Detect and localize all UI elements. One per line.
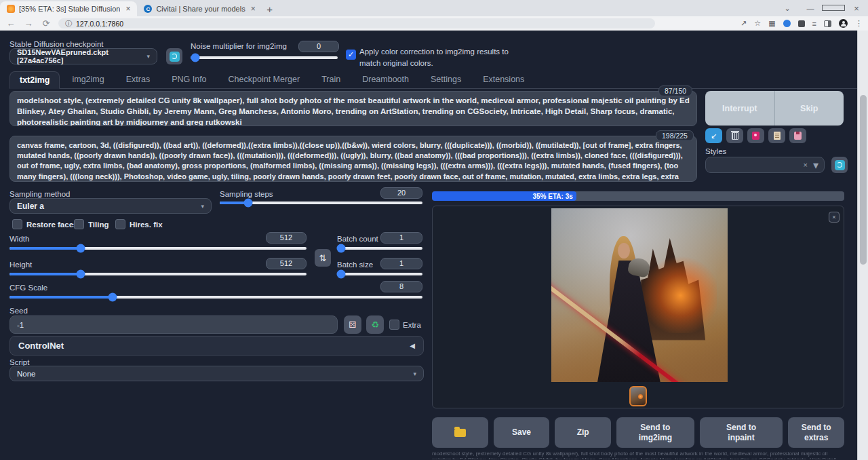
refresh-icon	[170, 52, 180, 62]
new-tab-button[interactable]: +	[262, 1, 277, 16]
random-seed-button[interactable]: ⚄	[344, 315, 361, 334]
back-icon[interactable]: ←	[5, 18, 16, 28]
side-panel-icon[interactable]	[824, 20, 831, 27]
stable-diffusion-favicon	[7, 5, 15, 13]
tab-train[interactable]: Train	[312, 71, 350, 88]
send-to-img2img-button[interactable]: Send to img2img	[616, 417, 694, 448]
tab-txt2img[interactable]: txt2img	[9, 71, 60, 89]
save-button[interactable]: Save	[494, 417, 550, 448]
tab-search-icon[interactable]: ⌄	[776, 4, 799, 13]
seed-input[interactable]	[9, 315, 338, 334]
menu-dots-icon[interactable]: ⋮	[855, 19, 863, 28]
extension-blue-icon[interactable]	[783, 20, 791, 27]
notepad-icon	[774, 132, 781, 140]
prompt-textarea[interactable]: modelshoot style, (extremely detailed CG…	[9, 91, 697, 126]
checkpoint-dropdown[interactable]: SD15NewVAEpruned.ckpt [27a4ac756c] ▾	[9, 48, 157, 64]
address-bar[interactable]: ⓘ 127.0.0.1:7860	[58, 18, 655, 28]
tiling-checkbox[interactable]	[74, 219, 84, 229]
main-tabs: txt2img img2img Extras PNG Info Checkpoi…	[9, 71, 859, 89]
script-dropdown[interactable]: None ▾	[9, 366, 424, 381]
styles-dropdown[interactable]: × ▾	[705, 157, 825, 173]
restore-faces-checkbox[interactable]	[12, 219, 22, 229]
close-window-button[interactable]: ×	[845, 3, 868, 14]
sampling-method-dropdown[interactable]: Euler a ▾	[9, 198, 212, 214]
hires-fix-checkbox[interactable]	[115, 219, 125, 229]
extra-networks-card-icon	[752, 132, 760, 140]
noise-multiplier-slider[interactable]	[191, 56, 338, 59]
tab-close-icon[interactable]: ×	[250, 4, 257, 14]
clear-prompt-button[interactable]	[726, 128, 743, 143]
sampling-steps-slider[interactable]	[220, 202, 422, 204]
width-value[interactable]: 512	[266, 232, 307, 244]
browser-tab-active[interactable]: [35% ETA: 3s] Stable Diffusion ×	[0, 1, 137, 16]
save-style-button[interactable]	[789, 128, 806, 143]
maximize-button[interactable]	[822, 4, 845, 12]
tab-settings[interactable]: Settings	[421, 71, 471, 88]
batch-count-slider[interactable]	[337, 247, 422, 250]
reading-list-icon[interactable]: ≡	[812, 20, 816, 28]
floppy-save-icon	[794, 132, 802, 140]
cfg-scale-slider[interactable]	[9, 296, 422, 299]
dice-icon: ⚄	[349, 320, 356, 330]
chevron-down-icon: ▾	[146, 53, 150, 60]
tab-checkpoint-merger[interactable]: Checkpoint Merger	[219, 71, 310, 88]
send-to-inpaint-button[interactable]: Send to inpaint	[700, 417, 783, 448]
extension-grid-icon[interactable]: ▦	[768, 19, 775, 28]
extensions-puzzle-icon[interactable]	[798, 20, 805, 27]
extra-networks-button[interactable]	[747, 128, 764, 143]
send-to-extras-button[interactable]: Send to extras	[788, 417, 844, 448]
output-buttons: Save Zip Send to img2img Send to inpaint…	[432, 417, 844, 448]
height-slider[interactable]	[9, 273, 307, 275]
minimize-button[interactable]: —	[799, 4, 822, 12]
tab-close-icon[interactable]: ×	[124, 4, 132, 14]
sampling-steps-value[interactable]: 20	[380, 187, 422, 199]
share-icon[interactable]: ↗	[741, 19, 747, 28]
site-info-icon[interactable]: ⓘ	[65, 19, 72, 28]
width-slider[interactable]	[9, 247, 307, 250]
zip-button[interactable]: Zip	[555, 417, 611, 448]
forward-icon[interactable]: →	[23, 18, 34, 28]
negative-prompt-textarea[interactable]: canvas frame, cartoon, 3d, ((disfigured)…	[9, 136, 697, 182]
browser-tab-civitai[interactable]: C Civitai | Share your models ×	[137, 1, 262, 16]
skip-button[interactable]: Skip	[775, 91, 844, 126]
folder-icon	[454, 429, 466, 437]
bookmark-star-icon[interactable]: ☆	[754, 19, 761, 28]
height-value[interactable]: 512	[266, 258, 307, 269]
profile-avatar[interactable]	[839, 19, 848, 28]
tab-extensions[interactable]: Extensions	[473, 71, 534, 88]
batch-size-slider[interactable]	[337, 273, 422, 275]
close-preview-button[interactable]: ×	[829, 212, 840, 223]
noise-multiplier-value[interactable]: 0	[298, 41, 339, 52]
styles-refresh-button[interactable]	[831, 157, 848, 173]
tab-extras[interactable]: Extras	[117, 71, 159, 88]
interrupt-button[interactable]: Interrupt	[705, 91, 774, 126]
swap-dimensions-button[interactable]: ⇅	[315, 249, 331, 267]
batch-count-value[interactable]: 1	[380, 232, 422, 244]
progress-bar: 35% ETA: 3s	[432, 191, 844, 201]
controlnet-accordion[interactable]: ControlNet ◀	[9, 336, 424, 356]
checkpoint-refresh-button[interactable]	[166, 48, 182, 64]
reuse-seed-button[interactable]: ♻	[366, 315, 384, 334]
script-value: None	[17, 370, 36, 378]
civitai-favicon: C	[144, 5, 152, 13]
reload-icon[interactable]: ⟳	[41, 18, 52, 28]
cfg-scale-value[interactable]: 8	[380, 281, 422, 292]
gallery-thumbnail[interactable]	[629, 386, 647, 406]
chevron-down-icon: ▾	[413, 370, 416, 377]
tab-png-info[interactable]: PNG Info	[162, 71, 216, 88]
scrollbar-thumb[interactable]	[860, 95, 867, 265]
extra-seed-checkbox[interactable]	[389, 320, 399, 330]
generated-image[interactable]	[551, 208, 728, 382]
apply-style-button[interactable]	[768, 128, 785, 143]
page-scrollbar[interactable]	[857, 31, 868, 460]
open-folder-button[interactable]	[432, 417, 488, 448]
tab-title: [35% ETA: 3s] Stable Diffusion	[19, 5, 120, 13]
color-correction-checkbox[interactable]: ✓	[346, 50, 356, 60]
tab-dreambooth[interactable]: Dreambooth	[353, 71, 418, 88]
webui-page: Stable Diffusion checkpoint SD15NewVAEpr…	[0, 31, 868, 460]
browser-tab-strip: [35% ETA: 3s] Stable Diffusion × C Civit…	[0, 0, 868, 16]
tab-img2img[interactable]: img2img	[62, 71, 113, 88]
styles-clear-icon[interactable]: ×	[804, 161, 808, 169]
paste-generation-params-button[interactable]: ↙	[705, 128, 722, 143]
batch-size-value[interactable]: 1	[380, 258, 422, 269]
